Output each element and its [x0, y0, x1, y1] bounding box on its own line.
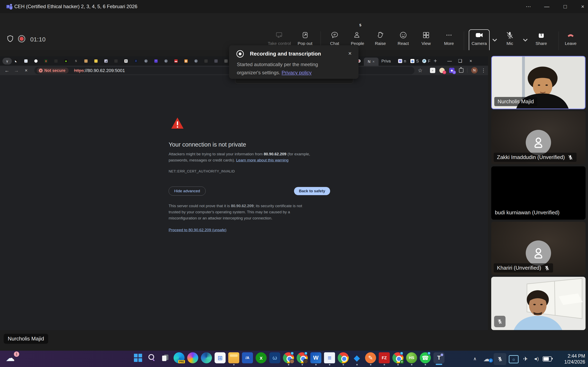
running-indicator: [370, 364, 371, 365]
taskbar-copilot[interactable]: [187, 352, 198, 363]
pinned-tab[interactable]: *: [154, 59, 158, 63]
taskbar-chrome[interactable]: [338, 352, 349, 363]
extensions-puzzle-icon[interactable]: [459, 68, 463, 73]
participant-tile-self[interactable]: [491, 277, 586, 330]
taskbar-file-explorer[interactable]: [228, 352, 239, 363]
hide-advanced-button[interactable]: Hide advanced: [169, 187, 206, 196]
taskbar-copilot-preview[interactable]: PRE: [174, 352, 185, 363]
tab-favicon-f[interactable]: F: [422, 59, 426, 63]
pinned-tab[interactable]: ⌘: [124, 59, 128, 63]
pinned-tab[interactable]: [54, 59, 58, 63]
leave-button[interactable]: Leave: [555, 31, 586, 46]
pinned-tab[interactable]: [114, 59, 118, 63]
taskbar-notepad[interactable]: ≡: [324, 352, 335, 363]
privacy-policy-link[interactable]: Privacy policy: [282, 70, 311, 75]
more-ellipsis-icon: [445, 31, 453, 39]
pinned-tab[interactable]: S: [74, 59, 78, 63]
browser-close-button[interactable]: ×: [466, 58, 475, 64]
pinned-tab[interactable]: ◢: [104, 59, 108, 63]
pop-out-button[interactable]: Pop out: [290, 31, 320, 46]
share-button[interactable]: Share: [526, 31, 556, 46]
airplane-mode-icon[interactable]: ✈: [521, 354, 530, 364]
pinned-tab[interactable]: ▮: [44, 59, 48, 63]
back-to-safety-button[interactable]: Back to safety: [294, 187, 330, 195]
bookmark-star-icon[interactable]: ☆: [417, 67, 424, 74]
tab-label-s[interactable]: S: [416, 59, 419, 64]
pinned-tab[interactable]: ⌕: [24, 59, 28, 63]
pinned-tab[interactable]: ◣: [14, 59, 17, 63]
pinned-tab[interactable]: ◆: [64, 59, 67, 63]
browser-restore-button[interactable]: ❑: [456, 58, 465, 64]
participant-tile-budi[interactable]: budi kurniawan (Unverified): [491, 166, 586, 220]
taskbar-app-blue[interactable]: ω: [269, 352, 280, 363]
taskbar-xbox[interactable]: x: [256, 352, 267, 363]
tray-chevron-icon[interactable]: ∧: [471, 354, 479, 364]
active-tab[interactable]: N ×: [364, 58, 378, 66]
tab-favicon-m[interactable]: M: [398, 59, 402, 63]
window-close-button[interactable]: ×: [576, 2, 588, 11]
mic-off-icon: [497, 319, 503, 324]
pinned-tab[interactable]: ◐: [144, 59, 148, 63]
mic-button[interactable]: Mic: [495, 31, 525, 46]
tab-label-f[interactable]: F: [428, 59, 430, 64]
pinned-tab[interactable]: ◐: [164, 59, 168, 63]
pinned-tab[interactable]: [204, 59, 208, 63]
pinned-tab[interactable]: [214, 59, 218, 63]
more-button[interactable]: More: [434, 31, 464, 46]
taskbar-start[interactable]: [133, 352, 143, 363]
taskbar-task-view[interactable]: [160, 352, 171, 363]
taskbar-filezilla[interactable]: FZ: [379, 352, 390, 363]
proceed-unsafe-link[interactable]: Proceed to 80.90.62.209 (unsafe): [169, 228, 227, 232]
back-button[interactable]: ←: [3, 67, 11, 74]
pinned-tab[interactable]: ▮: [184, 59, 188, 63]
pinned-tab[interactable]: [224, 59, 228, 63]
camera-button[interactable]: Camera: [464, 31, 495, 46]
tray-mic-muted-button[interactable]: [494, 353, 506, 365]
tab-close-icon[interactable]: ×: [372, 60, 375, 64]
window-more-button[interactable]: ⋯: [522, 2, 535, 11]
browser-menu-icon[interactable]: ⋮: [480, 67, 487, 74]
tray-clock[interactable]: 2:44 PM 1/24/2026: [564, 353, 585, 365]
pinned-tab[interactable]: [34, 59, 38, 63]
not-secure-chip[interactable]: × Not secure: [37, 67, 69, 74]
react-smiley-icon: [399, 31, 407, 39]
profile-avatar[interactable]: N: [471, 67, 478, 74]
taskbar-pen-app[interactable]: ✎: [365, 352, 376, 363]
pinned-tab[interactable]: [94, 59, 98, 63]
studio-effects-icon[interactable]: ☼: [509, 355, 519, 363]
pinned-tab[interactable]: [84, 59, 88, 63]
taskbar-vscode[interactable]: ◆: [351, 352, 362, 363]
speaker-icon[interactable]: ◄): [531, 354, 541, 364]
tab-favicon-s[interactable]: ◉: [410, 59, 414, 63]
advanced-description: This server could not prove that it is 8…: [169, 203, 311, 221]
tab-label-m[interactable]: n: [404, 59, 406, 64]
taskbar-app-slash-a[interactable]: /A: [242, 352, 253, 363]
taskbar-edge[interactable]: [201, 352, 212, 363]
forward-button[interactable]: →: [13, 67, 20, 74]
taskbar-whatsapp[interactable]: ☎: [420, 352, 431, 363]
taskbar-search[interactable]: [146, 352, 157, 363]
window-maximize-button[interactable]: □: [559, 2, 572, 11]
participant-tile-khariri[interactable]: Khariri (Unverified): [491, 222, 586, 275]
tab-private[interactable]: Priva: [381, 59, 391, 64]
taskbar-chrome-profile-1[interactable]: [283, 352, 294, 363]
battery-icon[interactable]: [543, 356, 552, 361]
extension-tampermonkey-icon[interactable]: ⌕: [430, 68, 435, 73]
taskbar-chrome-profile-2[interactable]: [297, 352, 308, 363]
taskbar-store[interactable]: ⊞: [215, 352, 226, 363]
participant-tile-zakki[interactable]: Zakki Imaddudin (Unverified): [491, 111, 586, 164]
browser-minimize-button[interactable]: —: [445, 58, 454, 64]
pinned-tab[interactable]: 8: [134, 59, 138, 63]
stop-reload-button[interactable]: ×: [23, 67, 30, 74]
window-minimize-button[interactable]: —: [540, 2, 553, 11]
pinned-tab[interactable]: ◐: [194, 59, 198, 63]
taskbar-word[interactable]: W: [310, 352, 321, 363]
participant-tile-nurcholis[interactable]: Nurcholis Majid: [491, 56, 586, 109]
taskbar-chrome-v[interactable]: V: [392, 352, 403, 363]
pinned-tab[interactable]: ▬: [174, 59, 178, 63]
new-tab-button[interactable]: +: [434, 58, 437, 64]
taskbar-teams[interactable]: T: [433, 352, 445, 363]
learn-more-link[interactable]: Learn more about this warning: [236, 158, 289, 162]
taskbar-heidisql[interactable]: HS: [406, 352, 417, 363]
notification-close-icon[interactable]: ×: [346, 50, 354, 58]
